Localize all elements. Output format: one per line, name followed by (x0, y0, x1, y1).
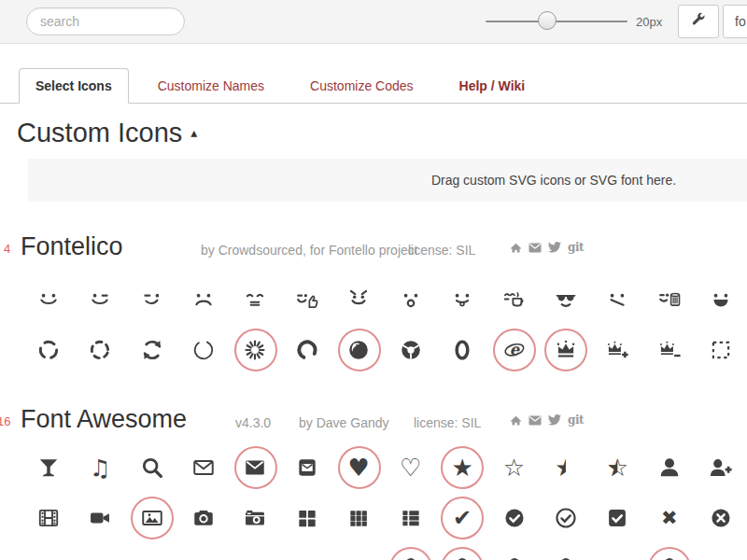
icon-camera-retro[interactable] (230, 493, 281, 543)
icon-firefox[interactable] (333, 325, 385, 375)
icon-emo-thumbsup[interactable] (281, 274, 332, 325)
icon-ok[interactable]: ✔ (436, 493, 487, 543)
icon-star-half[interactable]: ★ (540, 442, 591, 493)
firefox-icon (345, 337, 372, 363)
icon-spin3[interactable] (177, 325, 229, 375)
glass-icon (35, 455, 62, 481)
icon-emo-displeased[interactable] (592, 274, 643, 325)
icon-opera[interactable] (436, 325, 487, 375)
icon-star[interactable]: ★ (436, 442, 487, 493)
icon-emo-coffee[interactable] (488, 274, 540, 325)
icon-picture[interactable] (126, 493, 177, 543)
icon-emo-surprised[interactable] (385, 274, 436, 325)
tab-customize-names[interactable]: Customize Names (141, 68, 281, 104)
emo-happy-icon (35, 287, 62, 313)
icon-crown[interactable] (540, 325, 591, 375)
icon-mail-alt[interactable] (177, 442, 229, 493)
emo-thumbsup-icon (294, 287, 320, 313)
icon-emo-sleep[interactable] (230, 274, 281, 325)
icon-chrome[interactable] (385, 325, 436, 375)
icon-heart-empty[interactable]: ♡ (385, 442, 436, 493)
tab-select-icons[interactable]: Select Icons (19, 68, 129, 104)
icon-th-large[interactable] (281, 493, 332, 543)
svg-text:e: e (509, 341, 520, 358)
spin4-icon (242, 337, 268, 363)
icon-marquee[interactable] (695, 325, 746, 375)
tab-help-wiki[interactable]: Help / Wiki (443, 68, 543, 104)
section-license: license: SIL (414, 415, 481, 430)
icon-spin4[interactable] (230, 325, 281, 375)
icon-glass[interactable] (22, 442, 74, 493)
slider-track[interactable] (486, 21, 627, 22)
mail-alt-icon (190, 455, 217, 481)
git-icon[interactable]: git (568, 413, 584, 427)
user-icon (656, 455, 683, 481)
icon-user[interactable] (643, 442, 695, 493)
icon-spin5[interactable] (281, 325, 332, 375)
icon-film[interactable] (22, 493, 74, 543)
icon-below-fold-icon[interactable] (643, 543, 695, 560)
marquee-icon (708, 337, 734, 363)
icon-emo-unhappy[interactable] (177, 274, 229, 325)
icon-spin2[interactable] (74, 325, 125, 375)
icon-th[interactable] (333, 493, 385, 543)
icon-user-plus[interactable] (695, 442, 746, 493)
home-icon[interactable] (510, 242, 522, 254)
twitter-icon[interactable] (548, 414, 561, 426)
ok-circled2-icon (553, 505, 579, 531)
mail-icon[interactable] (529, 415, 542, 426)
svg-dropzone[interactable]: Drag custom SVG icons or SVG font here. (28, 159, 747, 202)
icon-ok-circled[interactable] (488, 493, 540, 543)
icon-emo-devil[interactable] (333, 274, 385, 325)
icon-crown-plus[interactable] (592, 325, 643, 375)
git-icon[interactable]: git (568, 241, 584, 254)
icon-mail-squared[interactable] (281, 442, 332, 493)
icon-cancel[interactable]: ✖ (643, 493, 695, 543)
icon-search[interactable] (126, 442, 177, 493)
icon-emo-grin[interactable] (695, 274, 746, 325)
icon-heart[interactable]: ♥ (333, 442, 385, 493)
icon-emo-sunglasses[interactable] (540, 274, 591, 325)
icon-mail[interactable] (230, 442, 281, 493)
icon-ok-squared[interactable] (592, 493, 643, 543)
icon-th-list[interactable] (385, 493, 436, 543)
emo-devil-icon (345, 287, 372, 313)
icon-crown-minus[interactable] (643, 325, 695, 375)
star-empty-icon: ☆ (501, 455, 528, 481)
icon-star-empty[interactable]: ☆ (488, 442, 540, 493)
mail-icon[interactable] (529, 243, 542, 253)
icon-emo-beer[interactable] (643, 274, 695, 325)
custom-icons-title: Custom Icons (17, 118, 182, 148)
selected-count-badge: 16 (0, 414, 10, 428)
icon-below-fold-icon[interactable] (436, 543, 487, 560)
icon-music[interactable]: ♫ (74, 442, 125, 493)
icon-emo-tongue[interactable] (436, 274, 487, 325)
icon-camera[interactable] (177, 493, 229, 543)
custom-icons-heading[interactable]: Custom Icons ▴ (17, 117, 747, 148)
settings-button[interactable] (678, 5, 719, 38)
icon-cancel-circled[interactable] (695, 493, 746, 543)
font-name-button[interactable]: fo (723, 5, 747, 38)
toolbar-right: 20px fo (486, 0, 747, 43)
icon-emo-happy[interactable] (22, 274, 74, 325)
icon-below-fold-icon[interactable] (540, 543, 591, 560)
icon-videocam[interactable] (74, 493, 125, 543)
icon-star-half-alt[interactable]: ☆★ (592, 442, 643, 493)
twitter-icon[interactable] (548, 242, 561, 253)
icon-ok-circled2[interactable] (540, 493, 591, 543)
tab-customize-codes[interactable]: Customize Codes (293, 68, 430, 104)
icon-emo-wink2[interactable] (126, 274, 177, 325)
icon-ie[interactable]: e (488, 325, 540, 375)
section-title: Fontelico (21, 232, 123, 261)
section-license: license: SIL (408, 243, 475, 258)
icon-emo-wink[interactable] (74, 274, 125, 325)
icon-below-fold-icon[interactable] (385, 543, 436, 560)
slider-thumb[interactable] (538, 11, 557, 30)
font-size-slider[interactable] (486, 11, 627, 32)
home-icon[interactable] (510, 414, 522, 427)
icon-spin1[interactable] (22, 325, 74, 375)
star-half-icon: ★ (553, 455, 579, 481)
search-input[interactable] (26, 7, 185, 35)
icon-arrows-cw[interactable] (126, 325, 177, 375)
icon-below-fold-icon[interactable] (488, 543, 540, 560)
